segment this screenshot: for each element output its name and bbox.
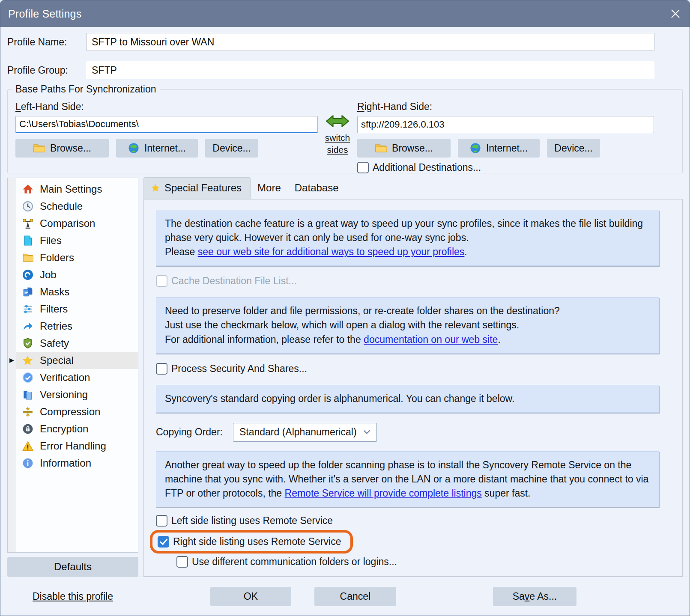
sidebar-item-files[interactable]: Files (16, 232, 138, 249)
copying-order-select[interactable]: Standard (Alphanumerical) (233, 423, 377, 442)
infobox-permissions: Need to preserve folder and file permiss… (156, 297, 659, 353)
save-as-button[interactable]: Save As... (493, 587, 576, 606)
additional-destinations-checkbox[interactable]: Additional Destinations... (357, 162, 654, 173)
folder-icon (33, 143, 45, 153)
sidebar-item-safety[interactable]: Safety (16, 335, 138, 352)
right-remote-service-checkbox[interactable]: Right side listing uses Remote Service (158, 536, 341, 548)
sidebar-item-filters[interactable]: Filters (16, 301, 138, 318)
sidebar-item-compression[interactable]: Compression (16, 403, 138, 420)
process-security-checkbox-box[interactable] (156, 363, 167, 375)
sidebar-item-error-handling[interactable]: Error Handling (16, 437, 138, 455)
star-icon (151, 183, 160, 193)
defaults-button[interactable]: Defaults (7, 557, 138, 577)
sidebar-item-encryption[interactable]: Encryption (16, 420, 138, 437)
left-remote-service-checkbox[interactable]: Left side listing uses Remote Service (156, 515, 659, 527)
titlebar: Profile Settings (0, 0, 690, 27)
check-circle-icon (22, 372, 33, 384)
left-device-label: Device... (212, 143, 251, 154)
info-circle-icon (22, 458, 33, 469)
copying-order-row: Copying Order: Standard (Alphanumerical) (156, 423, 659, 442)
copying-order-label: Copying Order: (156, 426, 223, 438)
tab-area: Special Features More Database The desti… (143, 178, 683, 577)
settings-category-list: ▶ Main Settings Schedule Comparison (7, 178, 138, 553)
switch-sides-link[interactable]: switch sides (325, 132, 350, 156)
profile-group-input[interactable] (86, 61, 654, 79)
switch-sides-icon[interactable] (326, 113, 349, 129)
right-browse-label: Browse... (392, 143, 433, 154)
left-device-button[interactable]: Device... (205, 139, 258, 158)
documentation-link[interactable]: documentation on our web site (364, 334, 498, 345)
profile-name-label: Profile Name: (7, 36, 86, 48)
right-path-input[interactable] (357, 116, 654, 133)
infobox-copying-order: Syncovery's standard copying order is al… (156, 385, 659, 413)
base-paths-title: Base Paths For Synchronization (12, 83, 160, 95)
clock-icon (22, 201, 33, 212)
folder-icon (375, 143, 387, 153)
sidebar-item-special[interactable]: Special (16, 352, 138, 369)
profile-group-label: Profile Group: (7, 65, 86, 76)
top-fields: Profile Name: Profile Group: (0, 27, 690, 79)
left-remote-service-checkbox-box[interactable] (156, 515, 167, 527)
right-browse-button[interactable]: Browse... (357, 139, 451, 158)
footer: Disable this profile OK Cancel Save As..… (0, 577, 690, 616)
file-icon (22, 235, 33, 247)
scale-icon (22, 218, 33, 229)
sidebar-item-folders[interactable]: Folders (16, 249, 138, 266)
sidebar-item-comparison[interactable]: Comparison (16, 215, 138, 232)
sidebar-item-main-settings[interactable]: Main Settings (16, 181, 138, 198)
close-button[interactable] (661, 0, 690, 27)
sidebar-item-information[interactable]: Information (16, 455, 138, 472)
switch-sides-column: switch sides (318, 101, 357, 173)
sidebar-item-versioning[interactable]: Versioning (16, 386, 138, 403)
tab-special-features[interactable]: Special Features (143, 177, 251, 199)
left-internet-button[interactable]: Internet... (116, 139, 198, 158)
copies-icon (22, 389, 33, 401)
right-device-button[interactable]: Device... (547, 139, 600, 158)
process-security-checkbox[interactable]: Process Security And Shares... (156, 363, 659, 375)
additional-destinations-checkbox-box[interactable] (357, 162, 369, 173)
sidebar-item-job[interactable]: Job (16, 266, 138, 283)
ok-button[interactable]: OK (210, 587, 291, 606)
left-side-column: Left-Hand Side: Browse... Internet... De… (15, 101, 318, 173)
sidebar-item-schedule[interactable]: Schedule (16, 198, 138, 215)
redo-arrow-icon (22, 321, 33, 332)
list-gutter: ▶ (8, 178, 16, 552)
lock-circle-icon (22, 423, 33, 435)
wrench-circle-icon (22, 269, 33, 281)
sidebar-item-retries[interactable]: Retries (16, 318, 138, 335)
tab-more[interactable]: More (251, 178, 288, 199)
cancel-button[interactable]: Cancel (314, 587, 396, 606)
tab-database[interactable]: Database (288, 178, 346, 199)
additional-destinations-label: Additional Destinations... (373, 162, 481, 173)
folder-icon (22, 252, 33, 264)
home-icon (22, 184, 33, 195)
left-path-input[interactable] (15, 116, 318, 133)
right-side-label: Right-Hand Side: (357, 101, 654, 113)
shield-check-icon (22, 338, 33, 349)
right-internet-button[interactable]: Internet... (458, 139, 540, 158)
profile-settings-dialog: Profile Settings Profile Name: Profile G… (0, 0, 690, 616)
right-internet-label: Internet... (486, 143, 528, 154)
main-row: ▶ Main Settings Schedule Comparison (0, 173, 690, 577)
sidebar-item-verification[interactable]: Verification (16, 369, 138, 386)
right-remote-service-checkbox-box[interactable] (158, 536, 169, 548)
chevron-down-icon (363, 430, 370, 434)
disable-profile-link[interactable]: Disable this profile (33, 591, 113, 602)
cache-destination-checkbox[interactable]: Cache Destination File List... (156, 275, 659, 287)
tab-bar: Special Features More Database (143, 178, 683, 199)
remote-service-link[interactable]: Remote Service will provide complete lis… (285, 488, 482, 499)
documents-icon (22, 286, 33, 298)
speed-up-profiles-link[interactable]: see our web site for additional ways to … (198, 246, 465, 257)
use-different-folders-checkbox-box[interactable] (176, 556, 188, 568)
globe-icon (470, 143, 481, 154)
left-browse-button[interactable]: Browse... (15, 139, 109, 158)
cache-destination-checkbox-box[interactable] (156, 275, 167, 287)
annotation-highlight-ring: Right side listing uses Remote Service (150, 530, 353, 554)
use-different-folders-checkbox[interactable]: Use different communication folders or l… (176, 556, 659, 568)
globe-icon (128, 143, 139, 154)
profile-name-input[interactable] (86, 33, 654, 51)
selected-pointer-icon: ▶ (9, 357, 14, 363)
infobox-destination-cache: The destination cache feature is a great… (156, 210, 659, 266)
sidebar: ▶ Main Settings Schedule Comparison (7, 178, 138, 577)
sidebar-item-masks[interactable]: Masks (16, 283, 138, 301)
